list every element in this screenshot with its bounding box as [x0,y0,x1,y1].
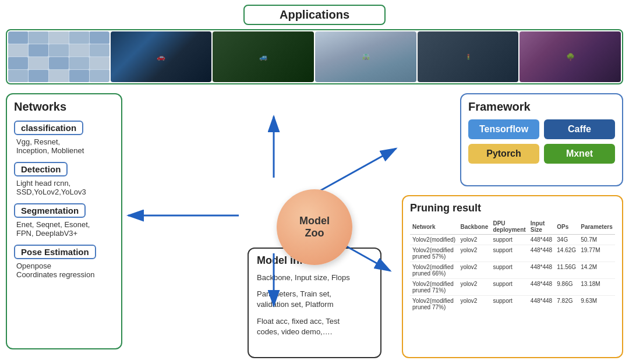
scene-image-3 [213,31,314,82]
table-row: Yolov2(modifiedpruned 77%)yolov2support4… [410,296,615,313]
applications-label: Applications [280,8,349,21]
detection-items: Light head rcnn,SSD,YoLov2,YoLov3 [16,179,114,196]
fw-mxnet: Mxnet [544,144,615,164]
table-cell: 14.62G [554,245,578,262]
table-row: Yolov2(modified)yolov2support448*44834G5… [410,235,615,245]
table-cell: 50.7M [578,235,615,245]
scene-image-2 [111,31,212,82]
table-row: Yolov2(modifiedpruned 57%)yolov2support4… [410,245,615,262]
table-row: Yolov2(modifiedpruned 66%)yolov2support4… [410,262,615,279]
category-segmentation: Segmentation [14,203,86,218]
table-cell: 34G [554,235,578,245]
col-ops: OPs [554,219,578,235]
image-cell-faces [8,31,109,82]
framework-grid: Tensorflow Caffe Pytorch Mxnet [468,119,615,164]
table-cell: support [490,245,528,262]
image-cell-3 [213,31,314,82]
image-cell-2 [111,31,212,82]
model-zoo-line1: Model [299,215,330,227]
pose-items: OpenposeCoordinates regression [16,261,114,279]
col-input: InputSize [528,219,554,235]
pruning-table: Network Backbone DPUdeployment InputSize… [410,219,615,312]
category-detection: Detection [14,162,68,176]
table-cell: 9.86G [554,279,578,296]
col-network: Network [410,219,458,235]
col-backbone: Backbone [458,219,490,235]
table-cell: Yolov2(modified) [410,235,458,245]
scene-image-6 [520,31,621,82]
framework-box: Framework Tensorflow Caffe Pytorch Mxnet [460,93,623,186]
category-pose-estimation: Pose Estimation [14,245,96,259]
image-cell-6 [520,31,621,82]
table-cell: 9.63M [578,296,615,313]
scene-image-5 [418,31,519,82]
framework-title: Framework [468,100,615,114]
category-classification: classification [14,121,83,135]
table-cell: 14.2M [578,262,615,279]
table-cell: yolov2 [458,262,490,279]
col-dpu: DPUdeployment [490,219,528,235]
svg-line-4 [317,149,396,192]
table-cell: Yolov2(modifiedpruned 77%) [410,296,458,313]
table-cell: 13.18M [578,279,615,296]
scene-image-4 [315,31,416,82]
table-cell: Yolov2(modifiedpruned 66%) [410,262,458,279]
table-cell: yolov2 [458,279,490,296]
table-row: Yolov2(modifiedpruned 71%)yolov2support4… [410,279,615,296]
fw-caffe: Caffe [544,119,615,139]
main-area: Networks classification Vgg, Resnet,Ince… [0,90,629,364]
col-params: Parameters [578,219,615,235]
model-info-line3: Float acc, fixed acc, Testcodes, video d… [257,316,372,337]
model-info-line1: Backbone, Input size, Flops [257,273,372,283]
applications-title: Applications [243,5,386,25]
table-cell: yolov2 [458,235,490,245]
model-zoo-line2: Zoo [305,227,324,239]
classification-items: Vgg, Resnet,Inception, Moblienet [16,137,114,155]
networks-box: Networks classification Vgg, Resnet,Ince… [6,93,122,349]
table-cell: 448*448 [528,245,554,262]
table-cell: 11.56G [554,262,578,279]
table-cell: 448*448 [528,296,554,313]
table-cell: yolov2 [458,296,490,313]
segmentation-items: Enet, Seqnet, Esonet,FPN, DeeplabV3+ [16,220,114,238]
networks-title: Networks [14,100,114,114]
table-cell: 7.82G [554,296,578,313]
table-cell: 448*448 [528,279,554,296]
pruning-title: Pruning result [410,202,615,214]
table-cell: 448*448 [528,235,554,245]
table-cell: 448*448 [528,262,554,279]
table-cell: support [490,262,528,279]
image-cell-4 [315,31,416,82]
table-cell: support [490,235,528,245]
table-cell: Yolov2(modifiedpruned 71%) [410,279,458,296]
table-cell: 19.77M [578,245,615,262]
model-zoo-circle: Model Zoo [277,189,352,265]
table-cell: Yolov2(modifiedpruned 57%) [410,245,458,262]
table-cell: yolov2 [458,245,490,262]
fw-pytorch: Pytorch [468,144,539,164]
image-strip [6,29,623,84]
image-cell-5 [418,31,519,82]
table-cell: support [490,296,528,313]
table-cell: support [490,279,528,296]
pruning-box: Pruning result Network Backbone DPUdeplo… [402,195,623,358]
model-info-line2: Parameters, Train set,validation set, Pl… [257,289,372,310]
fw-tensorflow: Tensorflow [468,119,539,139]
